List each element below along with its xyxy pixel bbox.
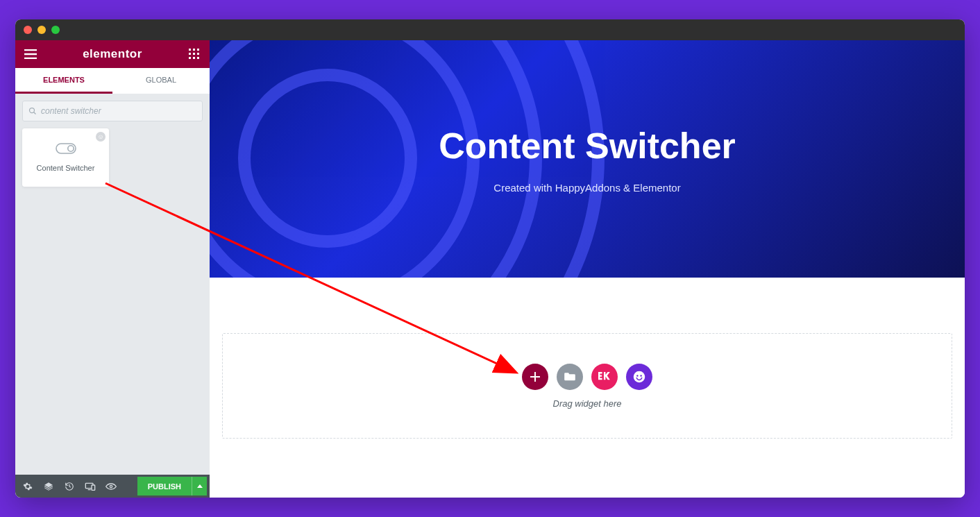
history-button[interactable] [60, 475, 79, 498]
publish-options-button[interactable] [192, 477, 207, 495]
widgets-grid-button[interactable] [186, 49, 203, 60]
folder-icon [564, 372, 575, 381]
menu-button[interactable] [22, 49, 39, 59]
svg-rect-4 [193, 53, 195, 55]
svg-point-19 [634, 371, 645, 382]
svg-rect-10 [56, 144, 76, 153]
sidebar-footer: PUBLISH [15, 475, 210, 498]
widget-label: Content Switcher [37, 164, 95, 172]
search-input[interactable] [41, 106, 196, 116]
window-close-button[interactable] [24, 26, 32, 34]
template-library-button[interactable] [557, 364, 583, 390]
devices-icon [85, 482, 96, 491]
svg-rect-6 [189, 57, 191, 59]
toggle-icon [56, 143, 76, 157]
svg-point-11 [67, 146, 73, 151]
hamburger-icon [24, 49, 37, 59]
grid-icon [189, 49, 200, 60]
dropzone-section: Drag widget here [210, 278, 965, 459]
window-maximize-button[interactable] [51, 26, 60, 34]
happy-addons-badge-icon: ☺ [96, 132, 105, 142]
caret-up-icon [197, 484, 203, 488]
tab-global[interactable]: GLOBAL [112, 68, 210, 94]
search-icon [28, 107, 37, 115]
navigator-button[interactable] [39, 475, 58, 498]
hero-title: Content Switcher [439, 125, 736, 167]
elementskit-button[interactable] [591, 364, 618, 390]
svg-point-9 [30, 108, 35, 113]
happyaddons-button[interactable] [626, 364, 652, 390]
widget-search[interactable] [22, 101, 203, 121]
svg-rect-2 [197, 49, 199, 51]
svg-rect-0 [189, 49, 191, 51]
svg-rect-1 [193, 49, 195, 51]
dropzone-hint: Drag widget here [553, 398, 622, 409]
svg-rect-3 [189, 53, 191, 55]
widget-search-wrap [15, 94, 210, 128]
preview-canvas: Content Switcher Created with HappyAddon… [210, 40, 965, 498]
eye-icon [105, 483, 117, 490]
svg-point-21 [640, 375, 641, 376]
gear-icon [23, 482, 33, 491]
layers-icon [44, 482, 53, 491]
app-window: elementor ELEMENTS GLOBAL ☺ [15, 19, 965, 498]
brand-label: elementor [39, 47, 186, 61]
happy-icon [633, 371, 645, 383]
widget-dropzone[interactable]: Drag widget here [222, 333, 952, 439]
settings-button[interactable] [18, 475, 37, 498]
sidebar-header: elementor [15, 40, 210, 68]
svg-rect-8 [197, 57, 199, 59]
dropzone-actions [522, 364, 652, 390]
svg-rect-13 [92, 485, 95, 490]
sidebar-tabs: ELEMENTS GLOBAL [15, 68, 210, 94]
svg-rect-5 [197, 53, 199, 55]
svg-point-15 [244, 75, 411, 241]
tab-elements[interactable]: ELEMENTS [15, 68, 112, 94]
plus-icon [530, 372, 540, 382]
svg-rect-7 [193, 57, 195, 59]
app-body: elementor ELEMENTS GLOBAL ☺ [15, 40, 965, 498]
window-minimize-button[interactable] [37, 26, 46, 34]
hero-subtitle: Created with HappyAddons & Elementor [493, 182, 680, 194]
window-titlebar [15, 19, 965, 40]
widget-list: ☺ Content Switcher [15, 128, 210, 187]
responsive-button[interactable] [81, 475, 100, 498]
publish-button[interactable]: PUBLISH [137, 477, 192, 495]
publish-group: PUBLISH [137, 477, 207, 495]
preview-button[interactable] [101, 475, 121, 498]
svg-point-14 [110, 485, 112, 487]
hero-section: Content Switcher Created with HappyAddon… [210, 40, 965, 278]
svg-point-20 [636, 375, 638, 376]
history-icon [65, 482, 74, 491]
widget-content-switcher[interactable]: ☺ Content Switcher [22, 128, 109, 187]
add-section-button[interactable] [522, 364, 548, 390]
editor-sidebar: elementor ELEMENTS GLOBAL ☺ [15, 40, 210, 498]
ek-icon [598, 372, 611, 382]
